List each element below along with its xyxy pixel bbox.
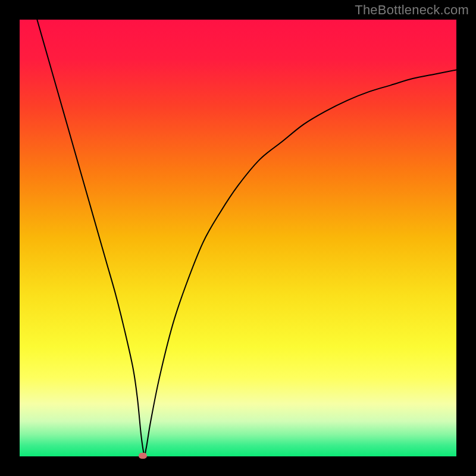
plot-area — [20, 20, 456, 456]
bottleneck-curve — [20, 20, 456, 456]
watermark: TheBottleneck.com — [355, 2, 469, 18]
optimal-point-marker — [139, 453, 147, 459]
